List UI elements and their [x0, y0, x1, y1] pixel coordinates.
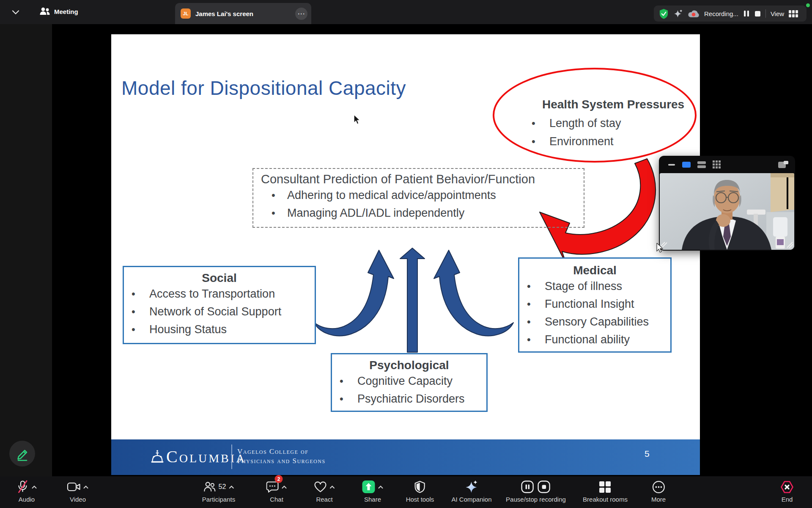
- share-button[interactable]: Share: [362, 476, 384, 508]
- meeting-toolbar: Audio Video: [0, 476, 812, 508]
- stop-recording-icon[interactable]: [754, 11, 761, 17]
- participants-button[interactable]: 52 Participants: [202, 476, 235, 508]
- share-screen-icon: [362, 480, 376, 494]
- ai-companion-label: AI Companion: [451, 496, 491, 503]
- pill-divider: [765, 9, 766, 18]
- host-tools-label: Host tools: [406, 496, 434, 503]
- medical-bullet: Functional ability: [519, 331, 670, 348]
- video-options-chevron[interactable]: [83, 485, 89, 489]
- local-cursor: [656, 243, 664, 253]
- chat-button[interactable]: 2 Chat: [266, 476, 287, 508]
- columbia-wordmark: Columbia: [166, 447, 246, 466]
- more-button[interactable]: More: [651, 476, 666, 508]
- social-bullet: Network of Social Support: [124, 303, 315, 320]
- stop-button-icon[interactable]: [538, 480, 550, 493]
- health-pressures-bullet: Environment: [530, 133, 712, 151]
- ai-sparkle-status-icon[interactable]: [673, 9, 683, 19]
- prediction-bullet: Managing ADL/IADL independently: [253, 204, 584, 222]
- presentation-slide: Model for Dispositional Capacity Health …: [111, 34, 700, 475]
- prediction-box: Consultant Prediction of Patient Behavio…: [252, 168, 584, 228]
- participants-count: 52: [219, 483, 226, 491]
- video-thumbnail-window[interactable]: James Lai: [659, 156, 795, 251]
- more-ellipsis-icon: [652, 480, 665, 494]
- share-options-chevron[interactable]: [378, 485, 384, 489]
- more-label: More: [651, 496, 666, 503]
- tab-options-button[interactable]: ⋯: [295, 8, 307, 20]
- psychological-box: Psychological Cognitive Capacity Psychia…: [331, 353, 488, 412]
- chat-unread-badge: 2: [275, 475, 283, 483]
- view-layout-icon[interactable]: [789, 10, 798, 17]
- speaker-view-icon[interactable]: [697, 161, 706, 168]
- footer-divider: [231, 444, 232, 469]
- chat-label: Chat: [270, 496, 283, 503]
- audio-label: Audio: [19, 496, 35, 503]
- collapse-chevron-icon[interactable]: [12, 10, 19, 15]
- participants-label: Participants: [202, 496, 235, 503]
- slide-page-number: 5: [645, 449, 650, 459]
- view-button-label[interactable]: View: [771, 10, 784, 17]
- prediction-title: Consultant Prediction of Patient Behavio…: [261, 172, 584, 186]
- left-rail: [0, 24, 52, 476]
- share-label: Share: [364, 496, 381, 503]
- react-label: React: [316, 496, 332, 503]
- participants-icon: [203, 481, 216, 492]
- meeting-people-icon: [39, 6, 51, 17]
- minimize-view-icon[interactable]: [668, 162, 675, 167]
- health-pressures-block: Health System Pressures Length of stay E…: [530, 98, 712, 151]
- health-pressures-bullet: Length of stay: [530, 114, 712, 133]
- health-pressures-title: Health System Pressures: [542, 98, 712, 111]
- video-button[interactable]: Video: [67, 476, 89, 508]
- breakout-rooms-icon: [599, 481, 611, 493]
- record-controls-button[interactable]: Pause/stop recording: [506, 476, 566, 508]
- center-up-arrow: [400, 248, 425, 352]
- mic-muted-icon: [16, 480, 29, 494]
- audio-options-chevron[interactable]: [32, 485, 37, 489]
- participants-options-chevron[interactable]: [228, 485, 234, 489]
- end-meeting-button[interactable]: End: [780, 476, 794, 508]
- host-tools-button[interactable]: Host tools: [406, 476, 434, 508]
- psychological-bullet: Psychiatric Disorders: [332, 390, 486, 408]
- zoom-app-window: Meeting JL James Lai's screen ⋯ Recordin…: [0, 0, 812, 508]
- right-curved-arrow: [434, 250, 513, 336]
- tab-title: James Lai's screen: [195, 10, 253, 17]
- pause-button-icon[interactable]: [521, 480, 534, 493]
- psychological-bullet: Cognitive Capacity: [332, 372, 486, 390]
- cloud-recording-icon: [688, 9, 700, 18]
- shared-screen-tab[interactable]: JL James Lai's screen ⋯: [175, 3, 311, 24]
- react-options-chevron[interactable]: [329, 485, 335, 489]
- gallery-view-icon[interactable]: [713, 160, 721, 168]
- video-label: Video: [70, 496, 86, 503]
- medical-bullet: Sensory Capabilities: [519, 313, 670, 331]
- chat-options-chevron[interactable]: [282, 485, 287, 489]
- active-speaker-view-icon[interactable]: [682, 162, 691, 168]
- pip-layout-icon[interactable]: [778, 161, 788, 168]
- medical-bullet: Stage of illness: [519, 277, 670, 295]
- security-shield-icon[interactable]: [659, 8, 669, 19]
- left-curved-arrow: [314, 250, 394, 336]
- social-bullet: Housing Status: [124, 320, 315, 338]
- breakout-rooms-button[interactable]: Breakout rooms: [583, 476, 628, 508]
- columbia-crown-icon: [148, 449, 166, 466]
- slide-footer-banner: Columbia Vagelos College of Physicians a…: [111, 439, 700, 475]
- ai-companion-button[interactable]: AI Companion: [451, 476, 491, 508]
- resize-handle-bottom-right[interactable]: [787, 242, 793, 248]
- social-box: Social Access to Transportation Network …: [123, 266, 316, 344]
- video-window-header: [659, 156, 795, 173]
- tab-avatar: JL: [181, 8, 191, 19]
- react-button[interactable]: React: [314, 476, 335, 508]
- social-bullet: Access to Transportation: [124, 285, 315, 303]
- heart-react-icon: [314, 481, 327, 493]
- participant-video-frame: [660, 173, 794, 250]
- end-meeting-label: End: [782, 496, 793, 503]
- medical-bullet: Functional Insight: [519, 295, 670, 313]
- audio-button[interactable]: Audio: [16, 476, 37, 508]
- psychological-title: Psychological: [332, 359, 486, 372]
- camera-indicator-dot: [806, 3, 810, 7]
- medical-title: Medical: [519, 264, 670, 277]
- pause-recording-icon[interactable]: [743, 10, 750, 17]
- annotate-button[interactable]: [9, 441, 35, 467]
- participant-video: James Lai: [660, 173, 794, 250]
- end-meeting-icon: [780, 480, 794, 494]
- breakout-rooms-label: Breakout rooms: [583, 496, 628, 503]
- ai-companion-icon: [464, 480, 479, 494]
